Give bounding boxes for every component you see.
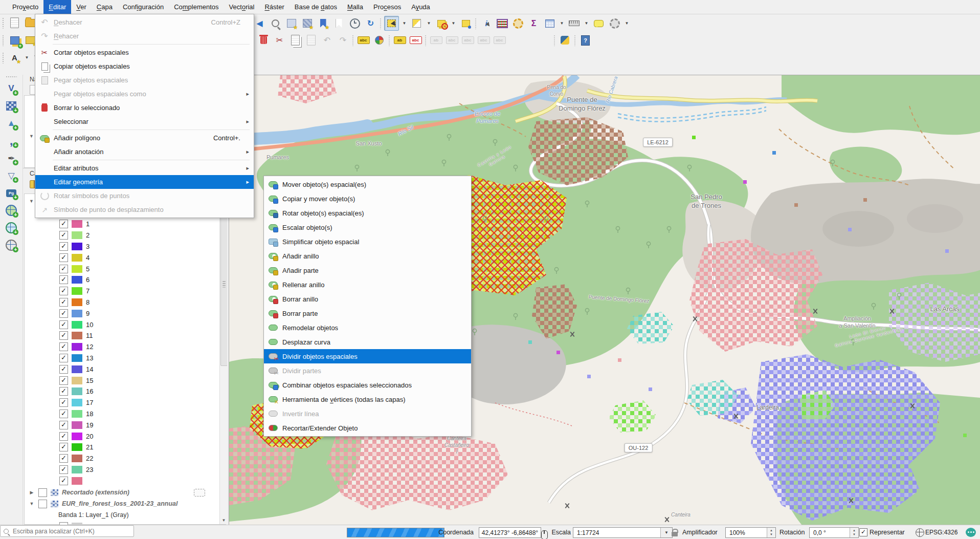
menu-item[interactable]: Deshacer Control+Z <box>35 15 254 29</box>
layer-class-checkbox[interactable]: ✓ <box>59 398 68 407</box>
add-wms-layer-button[interactable] <box>4 203 18 218</box>
deselect-dropdown[interactable]: ▼ <box>450 16 457 30</box>
layer-class-checkbox[interactable]: ✓ <box>59 231 68 240</box>
add-vector-layer-button[interactable]: V <box>4 81 18 96</box>
menu-item[interactable]: Pegar objetos espaciales <box>35 73 254 87</box>
select-by-location-button[interactable] <box>459 16 473 30</box>
layer-class-row[interactable]: ✓ 14 <box>25 363 217 375</box>
collapse-arrow-icon[interactable]: ▶ <box>29 490 35 495</box>
add-spatialite-layer-button[interactable]: ✒ <box>4 151 18 165</box>
add-postgis-layer-button[interactable]: Pg▼ <box>4 186 18 200</box>
expand-arrow-icon[interactable]: ▼ <box>29 501 35 506</box>
submenu-item[interactable]: Mover objeto(s) espacial(es) <box>264 177 471 191</box>
menu-item[interactable]: Cortar objetos espaciales <box>35 46 254 59</box>
pin-labels-button[interactable]: ab <box>393 33 407 47</box>
layer-class-row[interactable]: ✓ 17 <box>25 397 217 408</box>
refresh-map-button[interactable]: ↻ <box>364 16 377 30</box>
layer-class-row[interactable]: ✓ 23 <box>25 464 217 476</box>
add-wfs-layer-button[interactable] <box>4 238 18 252</box>
attribute-table-dropdown[interactable]: ▼ <box>559 16 565 30</box>
submenu-item[interactable]: ✂ Dividir partes <box>264 363 471 378</box>
menu-bar-item[interactable]: Vectorial <box>224 0 260 14</box>
run-action-dropdown[interactable]: ▼ <box>623 16 630 30</box>
layer-row-recortado[interactable]: ▶ ✓ Recortado (extensión) <box>25 487 217 498</box>
submenu-item[interactable]: Borrar anillo <box>264 292 471 306</box>
layer-diagram-button[interactable] <box>372 33 386 47</box>
layer-row-eur-fire[interactable]: ▼ ✓ EUR_fire_forest_loss_2001-23_annual <box>25 498 217 509</box>
select-features-dropdown[interactable]: ▼ <box>401 16 408 30</box>
toolbar-handle[interactable] <box>2 52 5 63</box>
highlight-pinned-labels-button[interactable]: abc <box>409 33 422 47</box>
show-statistics-button[interactable]: Σ <box>527 16 541 30</box>
show-bookmarks-button[interactable] <box>332 16 346 30</box>
submenu-item[interactable]: Borrar parte <box>264 306 471 320</box>
layer-class-checkbox[interactable]: ✓ <box>59 320 68 329</box>
coordinate-box[interactable]: 42,41273° -6,86488° <box>479 527 541 538</box>
zoom-last-button[interactable]: ◀ <box>253 16 266 30</box>
submenu-item[interactable]: Simplificar objeto espacial <box>264 234 471 249</box>
layer-class-checkbox[interactable]: ✓ <box>59 265 68 273</box>
add-wcs-layer-button[interactable] <box>4 221 18 235</box>
coordinate-display-toggle[interactable] <box>541 528 548 539</box>
layer-class-row[interactable]: ✓ 13 <box>25 353 217 364</box>
layer-class-row[interactable]: ✓ 15 <box>25 375 217 386</box>
redo-button[interactable]: ↷ <box>336 33 350 47</box>
submenu-item[interactable]: ✂ Dividir objetos espaciales <box>264 349 471 363</box>
move-label-diagram-button[interactable]: abc <box>461 33 475 47</box>
run-feature-action-button[interactable] <box>608 16 621 30</box>
annotation-dropdown[interactable]: ▼ <box>24 51 30 64</box>
temporal-controller-button[interactable] <box>348 16 362 30</box>
menu-item[interactable]: Pegar objetos espaciales como <box>35 87 254 101</box>
layer-class-row[interactable]: ✓ <box>25 475 217 486</box>
measure-button[interactable] <box>567 16 581 30</box>
layer-class-checkbox[interactable]: ✓ <box>59 298 68 307</box>
undo-button[interactable]: ↶ <box>320 33 334 47</box>
move-label-button[interactable]: ab <box>429 33 443 47</box>
layer-class-row[interactable]: ✓ 7 <box>25 286 217 297</box>
locator-search[interactable] <box>0 525 134 537</box>
layer-class-checkbox[interactable]: ✓ <box>59 242 68 251</box>
menu-item[interactable]: Añadir anotación <box>35 145 254 159</box>
menu-bar-item[interactable]: Procesos <box>368 0 406 14</box>
copy-features-button[interactable] <box>288 33 302 47</box>
data-source-manager-button[interactable] <box>8 33 21 47</box>
menu-item[interactable]: Añadir polígono Control+. <box>35 131 254 145</box>
layer-class-row[interactable]: ✓ 12 <box>25 341 217 353</box>
menu-bar-item[interactable]: Ayuda <box>406 0 435 14</box>
search-input[interactable] <box>12 527 130 535</box>
lock-scale-button[interactable] <box>672 525 678 539</box>
deselect-features-button[interactable] <box>434 16 448 30</box>
show-hide-labels-button[interactable]: abc <box>445 33 459 47</box>
add-delimited-text-layer-button[interactable]: , <box>4 134 18 148</box>
toolbar-handle[interactable] <box>2 35 5 46</box>
submenu-item[interactable]: Combinar objetos espaciales seleccionado… <box>264 378 471 392</box>
new-spatial-bookmark-button[interactable] <box>284 16 298 30</box>
new-project-button[interactable] <box>8 16 21 30</box>
layer-class-checkbox[interactable]: ✓ <box>59 443 68 451</box>
crs-button[interactable] <box>916 525 924 539</box>
measure-dropdown[interactable]: ▼ <box>583 16 590 30</box>
layer-class-row[interactable]: ✓ 10 <box>25 319 217 330</box>
layer-class-checkbox[interactable]: ✓ <box>59 220 68 228</box>
annotation-toolbar-button[interactable]: A <box>8 51 21 64</box>
menu-item[interactable]: Rotar símbolos de puntos <box>35 189 254 203</box>
layer-class-row[interactable]: ✓ 21 <box>25 442 217 453</box>
layer-class-row[interactable]: ✓ 3 <box>25 241 217 252</box>
scale-combo[interactable]: 1:17724 ▼ <box>573 527 673 538</box>
layer-class-row[interactable]: ✓ 19 <box>25 419 217 430</box>
layer-labeling-button[interactable]: abc <box>357 33 370 47</box>
new-map-bookmark-button[interactable] <box>316 16 330 30</box>
submenu-item[interactable]: Recortar/Extender Objeto <box>264 421 471 435</box>
layer-class-row[interactable]: ✓ 22 <box>25 453 217 464</box>
magnifier-spinbox[interactable]: 100% ▲▼ <box>725 527 776 538</box>
add-mesh-layer-button[interactable]: ▲ <box>4 116 18 131</box>
menu-bar-item[interactable]: Capa <box>92 0 118 14</box>
layer-class-checkbox[interactable]: ✓ <box>59 454 68 463</box>
menu-item[interactable]: Seleccionar <box>35 115 254 128</box>
menu-bar-item[interactable]: Base de datos <box>289 0 342 14</box>
submenu-item[interactable]: ✕ Herramienta de vértices (todas las cap… <box>264 392 471 406</box>
menu-item[interactable]: Copiar objetos espaciales <box>35 59 254 73</box>
menu-bar-item[interactable]: Ráster <box>259 0 289 14</box>
menu-bar-item[interactable]: Proyecto <box>7 0 43 14</box>
submenu-item[interactable]: Copiar y mover objeto(s) <box>264 191 471 206</box>
